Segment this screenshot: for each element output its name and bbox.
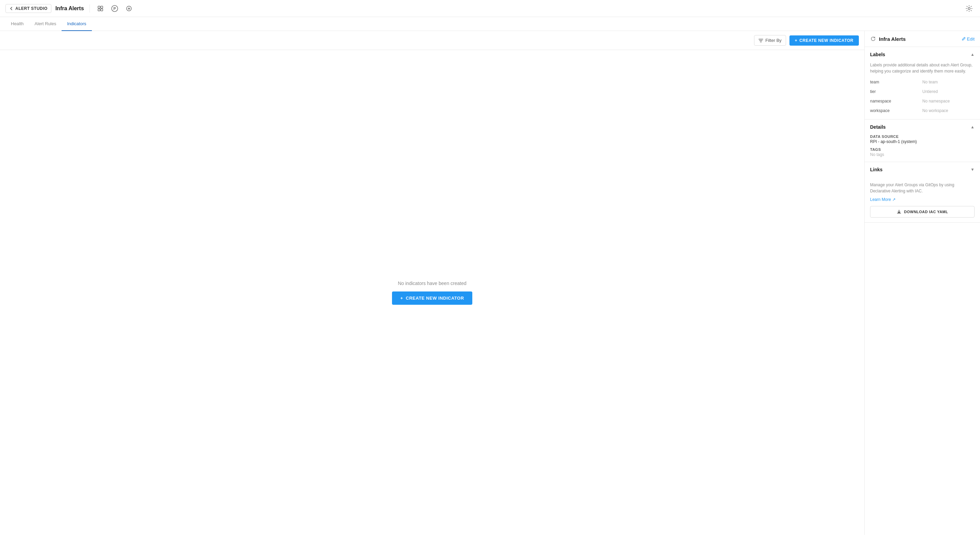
empty-state: No indicators have been created + CREATE… bbox=[0, 50, 864, 535]
content-area: Filter By + CREATE NEW INDICATOR No indi… bbox=[0, 31, 864, 535]
empty-message: No indicators have been created bbox=[398, 281, 466, 286]
settings-button[interactable] bbox=[964, 3, 975, 14]
filter-label: Filter By bbox=[765, 38, 782, 43]
download-yaml-icon bbox=[897, 209, 901, 214]
detail-row-datasource: DATA SOURCE RPI - ap-south-1 (system) bbox=[870, 134, 975, 144]
label-val-team: No team bbox=[923, 78, 975, 86]
label-key-namespace: namespace bbox=[870, 97, 923, 105]
labels-title: Labels bbox=[870, 52, 885, 57]
detail-key-tags: TAGS bbox=[870, 147, 975, 152]
label-val-workspace: No workspace bbox=[923, 107, 975, 114]
svg-rect-1 bbox=[101, 6, 103, 8]
create-indicator-button-empty[interactable]: + CREATE NEW INDICATOR bbox=[392, 292, 472, 305]
filter-icon bbox=[759, 38, 763, 43]
labels-grid: team No team tier Untiered namespace No … bbox=[870, 78, 975, 114]
svg-rect-2 bbox=[98, 9, 100, 11]
p-icon: P bbox=[111, 5, 118, 12]
content-toolbar: Filter By + CREATE NEW INDICATOR bbox=[0, 31, 864, 50]
back-label: ALERT STUDIO bbox=[15, 6, 48, 11]
details-section-content: DATA SOURCE RPI - ap-south-1 (system) TA… bbox=[865, 134, 980, 162]
download-icon-button[interactable] bbox=[124, 3, 134, 14]
details-section-header[interactable]: Details ▲ bbox=[865, 120, 980, 134]
labels-chevron-icon: ▲ bbox=[970, 52, 975, 57]
panel-title: Infra Alerts bbox=[879, 36, 906, 42]
label-key-team: team bbox=[870, 78, 923, 86]
learn-more-link[interactable]: Learn More ↗ bbox=[870, 197, 896, 202]
grid-icon bbox=[98, 6, 103, 11]
svg-text:P: P bbox=[113, 6, 116, 11]
create-label-toolbar: CREATE NEW INDICATOR bbox=[799, 38, 853, 43]
plus-icon-large: + bbox=[400, 295, 403, 301]
grid-icon-button[interactable] bbox=[95, 3, 105, 14]
details-chevron-icon: ▲ bbox=[970, 125, 975, 129]
links-content: Manage your Alert Groups via GitOps by u… bbox=[865, 177, 980, 222]
details-title: Details bbox=[870, 124, 886, 130]
tab-alert-rules[interactable]: Alert Rules bbox=[29, 17, 62, 31]
tab-indicators[interactable]: Indicators bbox=[62, 17, 92, 31]
create-indicator-button-toolbar[interactable]: + CREATE NEW INDICATOR bbox=[789, 35, 859, 46]
edit-icon bbox=[962, 37, 966, 41]
label-key-tier: tier bbox=[870, 88, 923, 95]
page-title: Infra Alerts bbox=[56, 5, 84, 11]
svg-point-7 bbox=[968, 8, 970, 10]
label-val-namespace: No namespace bbox=[923, 97, 975, 105]
labels-description: Labels provide additional details about … bbox=[870, 62, 975, 74]
edit-link[interactable]: Edit bbox=[962, 37, 975, 42]
links-section-header[interactable]: Links ▼ bbox=[865, 162, 980, 177]
links-description: Manage your Alert Groups via GitOps by u… bbox=[870, 182, 975, 194]
plus-icon: + bbox=[795, 38, 798, 43]
svg-rect-3 bbox=[101, 9, 103, 11]
links-chevron-icon: ▼ bbox=[970, 167, 975, 172]
download-icon bbox=[126, 6, 132, 11]
settings-icon bbox=[966, 5, 972, 12]
p-icon-button[interactable]: P bbox=[110, 3, 120, 14]
detail-val-tags: No tags bbox=[870, 152, 975, 157]
links-section: Links ▼ Manage your Alert Groups via Git… bbox=[865, 162, 980, 223]
labels-section: Labels ▲ Labels provide additional detai… bbox=[865, 47, 980, 120]
download-iac-yaml-button[interactable]: DOWNLOAD IAC YAML bbox=[870, 206, 975, 217]
links-title: Links bbox=[870, 167, 883, 172]
details-section: Details ▲ DATA SOURCE RPI - ap-south-1 (… bbox=[865, 120, 980, 162]
details-grid: DATA SOURCE RPI - ap-south-1 (system) TA… bbox=[870, 134, 975, 157]
detail-val-datasource: RPI - ap-south-1 (system) bbox=[870, 139, 975, 144]
svg-rect-0 bbox=[98, 6, 100, 8]
label-key-workspace: workspace bbox=[870, 107, 923, 114]
tab-health[interactable]: Health bbox=[5, 17, 29, 31]
filter-button[interactable]: Filter By bbox=[754, 35, 786, 46]
detail-row-tags: TAGS No tags bbox=[870, 147, 975, 157]
create-label-empty: CREATE NEW INDICATOR bbox=[406, 295, 464, 301]
panel-title-area: Infra Alerts bbox=[870, 36, 906, 42]
labels-section-content: Labels provide additional details about … bbox=[865, 62, 980, 119]
label-val-tier: Untiered bbox=[923, 88, 975, 95]
refresh-icon bbox=[870, 36, 876, 42]
right-panel: Infra Alerts Edit Labels ▲ Labels provid… bbox=[864, 31, 980, 535]
learn-more-label: Learn More ↗ bbox=[870, 197, 896, 202]
top-bar: ALERT STUDIO Infra Alerts P bbox=[0, 0, 980, 17]
labels-section-header[interactable]: Labels ▲ bbox=[865, 47, 980, 62]
detail-key-datasource: DATA SOURCE bbox=[870, 134, 975, 139]
back-arrow-icon bbox=[9, 6, 13, 11]
panel-header: Infra Alerts Edit bbox=[865, 31, 980, 47]
edit-label: Edit bbox=[967, 37, 975, 42]
nav-tabs: Health Alert Rules Indicators bbox=[0, 17, 980, 31]
back-button[interactable]: ALERT STUDIO bbox=[5, 4, 51, 13]
main-layout: Filter By + CREATE NEW INDICATOR No indi… bbox=[0, 31, 980, 535]
divider bbox=[89, 5, 90, 13]
download-label: DOWNLOAD IAC YAML bbox=[904, 210, 948, 214]
